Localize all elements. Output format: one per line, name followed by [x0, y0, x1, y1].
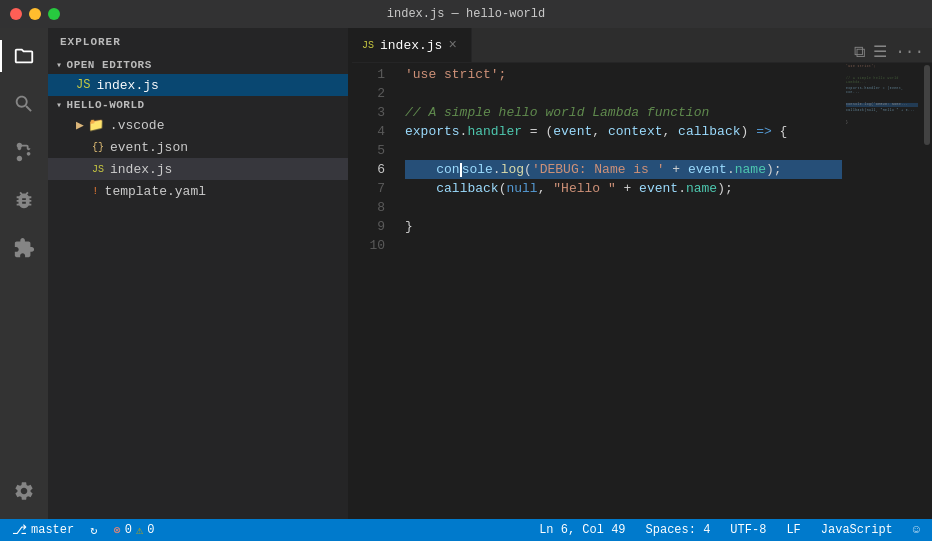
- code-token: +: [665, 160, 688, 179]
- open-editors-section[interactable]: ▾ Open Editors: [48, 56, 348, 74]
- warning-count: 0: [147, 523, 154, 537]
- sync-status[interactable]: ↻: [86, 523, 101, 538]
- spaces-label: Spaces: 4: [646, 523, 711, 537]
- error-icon: ⊗: [113, 523, 120, 538]
- code-token: name: [735, 160, 766, 179]
- tab-bar: JS index.js × ⧉ ☰ ···: [352, 28, 932, 63]
- activity-bar: [0, 28, 48, 519]
- sidebar-header: Explorer: [48, 28, 348, 56]
- code-line-9: }: [405, 217, 842, 236]
- code-token: // A simple hello world Lambda function: [405, 103, 709, 122]
- editor-scrollbar[interactable]: [922, 63, 932, 519]
- code-token: );: [717, 179, 733, 198]
- status-bar-left: ⎇ master ↻ ⊗ 0 ⚠ 0: [8, 522, 158, 538]
- sync-icon: ↻: [90, 523, 97, 538]
- window-controls: [10, 8, 60, 20]
- encoding-label: UTF-8: [730, 523, 766, 537]
- code-token: [405, 160, 436, 179]
- code-token: ,: [662, 122, 678, 141]
- source-control-activity-icon[interactable]: [0, 128, 48, 176]
- line-num-1: 1: [352, 65, 385, 84]
- code-token: (: [545, 122, 553, 141]
- code-token: [405, 179, 436, 198]
- line-num-9: 9: [352, 217, 385, 236]
- line-num-7: 7: [352, 179, 385, 198]
- line-ending-label: LF: [786, 523, 800, 537]
- code-line-2: [405, 84, 842, 103]
- encoding-status[interactable]: UTF-8: [726, 523, 770, 537]
- code-token: event: [688, 160, 727, 179]
- yaml-file-icon: !: [92, 185, 99, 197]
- debug-activity-icon[interactable]: [0, 176, 48, 224]
- line-num-10: 10: [352, 236, 385, 255]
- hello-world-section[interactable]: ▾ Hello-World: [48, 96, 348, 114]
- code-token: {: [780, 122, 788, 141]
- sidebar-item-indexjs[interactable]: JS index.js: [48, 158, 348, 180]
- position-status[interactable]: Ln 6, Col 49: [535, 523, 629, 537]
- sidebar-item-templateyaml[interactable]: ! template.yaml: [48, 180, 348, 202]
- minimize-button[interactable]: [29, 8, 41, 20]
- code-line-5: [405, 141, 842, 160]
- code-token: "Hello ": [553, 179, 615, 198]
- code-token: handler: [467, 122, 522, 141]
- code-token: .: [493, 160, 501, 179]
- more-actions-icon[interactable]: ···: [895, 43, 924, 61]
- code-token: name: [686, 179, 717, 198]
- sidebar-item-eventjson[interactable]: {} event.json: [48, 136, 348, 158]
- code-token: ,: [592, 122, 608, 141]
- settings-activity-icon[interactable]: [0, 471, 48, 519]
- line-numbers: 1 2 3 4 5 6 7 8 9 10: [352, 63, 397, 519]
- open-editor-indexjs[interactable]: JS index.js: [48, 74, 348, 96]
- tab-indexjs[interactable]: JS index.js ×: [352, 28, 472, 62]
- tab-close-button[interactable]: ×: [448, 37, 456, 53]
- tab-bar-actions: ⧉ ☰ ···: [846, 42, 932, 62]
- extensions-activity-icon[interactable]: [0, 224, 48, 272]
- json-file-icon: {}: [92, 142, 104, 153]
- code-token: =>: [748, 122, 779, 141]
- code-token: .: [727, 160, 735, 179]
- scroll-thumb[interactable]: [924, 65, 930, 145]
- open-editor-indexjs-label: index.js: [96, 78, 158, 93]
- line-num-2: 2: [352, 84, 385, 103]
- position-label: Ln 6, Col 49: [539, 523, 625, 537]
- code-line-8: [405, 198, 842, 217]
- code-token: context: [608, 122, 663, 141]
- hello-world-label: Hello-World: [67, 99, 145, 111]
- search-activity-icon[interactable]: [0, 80, 48, 128]
- code-line-3: // A simple hello world Lambda function: [405, 103, 842, 122]
- js-file-icon: JS: [76, 78, 90, 92]
- split-editor-icon[interactable]: ⧉: [854, 43, 865, 62]
- open-editors-arrow: ▾: [56, 59, 63, 71]
- errors-status[interactable]: ⊗ 0 ⚠ 0: [109, 523, 158, 538]
- line-ending-status[interactable]: LF: [782, 523, 804, 537]
- open-editors-label: Open Editors: [67, 59, 152, 71]
- code-token: 'DEBUG: Name is ': [532, 160, 665, 179]
- error-count: 0: [125, 523, 132, 537]
- code-token: cal: [436, 179, 459, 198]
- line-num-3: 3: [352, 103, 385, 122]
- toggle-sidebar-icon[interactable]: ☰: [873, 42, 887, 62]
- editor-area: JS index.js × ⧉ ☰ ··· 1 2 3 4 5 6 7 8 9: [352, 28, 932, 519]
- branch-status[interactable]: ⎇ master: [8, 522, 78, 538]
- eventjson-label: event.json: [110, 140, 188, 155]
- code-token: sole: [462, 160, 493, 179]
- code-area[interactable]: 'use strict'; // A simple hello world La…: [397, 63, 842, 519]
- code-token: log: [501, 160, 524, 179]
- close-button[interactable]: [10, 8, 22, 20]
- tab-js-icon: JS: [362, 40, 374, 51]
- maximize-button[interactable]: [48, 8, 60, 20]
- code-token: con: [436, 160, 459, 179]
- folder-icon: 📁: [88, 117, 104, 133]
- indexjs-label: index.js: [110, 162, 172, 177]
- language-status[interactable]: JavaScript: [817, 523, 897, 537]
- explorer-activity-icon[interactable]: [0, 32, 48, 80]
- spaces-status[interactable]: Spaces: 4: [642, 523, 715, 537]
- code-token: event: [553, 122, 592, 141]
- code-token: .: [678, 179, 686, 198]
- sidebar-item-vscode[interactable]: ▶ 📁 .vscode: [48, 114, 348, 136]
- smiley-status[interactable]: ☺: [909, 523, 924, 537]
- main-layout: Explorer ▾ Open Editors JS index.js ▾ He…: [0, 28, 932, 519]
- templateyaml-label: template.yaml: [105, 184, 206, 199]
- tab-label: index.js: [380, 38, 442, 53]
- line-num-8: 8: [352, 198, 385, 217]
